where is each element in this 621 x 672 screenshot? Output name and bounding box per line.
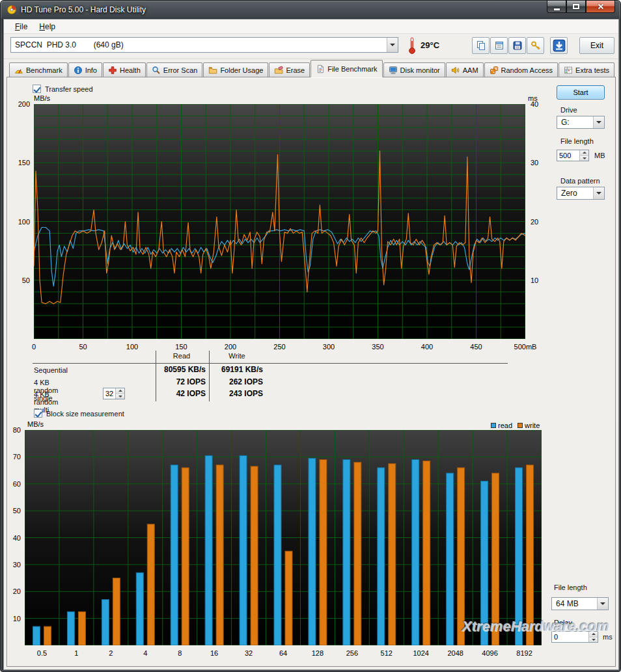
block-file-length-combobox[interactable]: 64 MB [551, 597, 609, 610]
y-axis-tick-right: 20 [531, 217, 538, 226]
triangle-down-icon [118, 396, 122, 397]
maximize-button[interactable] [566, 1, 586, 13]
block-chart: 80706050403020100.5124816326412825651210… [25, 430, 542, 645]
toolbar-button-file-copy[interactable] [490, 37, 508, 54]
tab-label: Extra tests [575, 66, 609, 74]
bar-read-2 [102, 600, 109, 645]
tab-info[interactable]: Info [68, 62, 102, 77]
x-axis-category: 0.5 [37, 649, 47, 658]
window-title: HD Tune Pro 5.00 - Hard Disk Utility [21, 5, 146, 14]
file-length-spinner[interactable] [557, 150, 589, 161]
drive-combobox-arrow[interactable] [593, 116, 604, 128]
toolbar-button-update[interactable] [550, 37, 568, 54]
x-axis-tick: 250 [273, 342, 285, 351]
y-axis-tick: 70 [4, 452, 21, 461]
toolbar-button-keys[interactable] [527, 37, 544, 54]
queue-depth-spinner[interactable] [103, 388, 125, 399]
temperature-label: 29°C [421, 40, 439, 50]
table-divider-horizontal [33, 363, 508, 364]
block-file-length-arrow[interactable] [597, 598, 608, 610]
bar-write-256 [354, 463, 361, 645]
chevron-down-icon [390, 44, 395, 46]
spin-up-button[interactable] [116, 388, 124, 394]
minimize-button[interactable] [547, 1, 566, 13]
drive-selector-arrow[interactable] [387, 38, 398, 52]
tab-random-access[interactable]: Random Access [484, 62, 558, 77]
triangle-up-icon [583, 152, 586, 154]
queue-depth-input[interactable] [104, 388, 115, 399]
bar-read-1024 [412, 460, 419, 645]
y-axis-tick-right: 30 [531, 158, 538, 167]
data-pattern-arrow[interactable] [593, 187, 604, 199]
update-icon [553, 39, 566, 52]
toolbar-button-save[interactable] [508, 37, 526, 54]
tab-aam[interactable]: AAM [446, 62, 484, 77]
x-axis-category: 512 [381, 649, 393, 658]
bar-read-1 [67, 612, 74, 645]
tab-disk-monitor[interactable]: Disk monitor [383, 62, 445, 77]
triangle-down-icon [592, 639, 596, 641]
legend-label: read [498, 422, 512, 429]
data-pattern-combobox[interactable]: Zero [557, 187, 605, 200]
tab-label: File Benchmark [327, 65, 377, 73]
bar-write-1 [78, 612, 85, 645]
chevron-down-icon [600, 602, 605, 605]
x-axis-tick: 500mB [514, 342, 537, 351]
toolbar-button-copy[interactable] [472, 37, 490, 54]
block-size-checkbox[interactable]: Block size measurement [34, 409, 124, 418]
x-axis-category: 8192 [516, 649, 532, 658]
menu-item-file[interactable]: File [9, 20, 33, 33]
title-bar[interactable]: HD Tune Pro 5.00 - Hard Disk Utility [1, 1, 620, 19]
bar-write-64 [285, 551, 292, 645]
x-axis-tick: 300 [323, 342, 335, 351]
y-axis-tick: 10 [4, 614, 21, 623]
spin-down-button[interactable] [580, 156, 588, 161]
spin-down-button[interactable] [116, 394, 124, 399]
bar-read-4 [136, 572, 143, 645]
file-benchmark-icon [316, 64, 325, 74]
tab-folder-usage[interactable]: Folder Usage [203, 62, 268, 77]
transfer-speed-checkbox[interactable]: Transfer speed [33, 85, 93, 93]
y-axis-tick: 20 [4, 587, 21, 596]
y-axis-tick-left: 150 [8, 158, 30, 167]
tab-error-scan[interactable]: Error Scan [146, 62, 203, 77]
x-axis-category: 64 [279, 649, 287, 658]
tab-benchmark[interactable]: Benchmark [9, 62, 68, 77]
bar-read-2048 [447, 473, 454, 645]
block-file-length-label: File length [554, 584, 587, 591]
drive-combobox-value: G: [557, 118, 593, 127]
spin-up-button[interactable] [580, 150, 588, 156]
tab-file-benchmark[interactable]: File Benchmark [310, 60, 382, 77]
benchmark-icon [14, 66, 23, 75]
legend-label: write [525, 422, 540, 429]
start-button[interactable]: Start [557, 85, 605, 100]
tab-erase[interactable]: Erase [269, 62, 310, 77]
file-length-label: File length [560, 137, 594, 145]
sequential-write-value: 69191 KB/s [211, 365, 263, 374]
bar-read-64 [274, 465, 281, 645]
minimize-icon [554, 8, 560, 10]
x-axis-tick: 350 [372, 342, 383, 351]
data-pattern-label: Data pattern [560, 177, 600, 185]
bar-write-1024 [423, 461, 430, 645]
client-area: FileHelp SPCCN PHD 3.0 (640 gB) 29°C Exi… [3, 19, 619, 670]
file-length-input[interactable] [557, 150, 579, 161]
random-single-write-value: 262 IOPS [211, 377, 263, 386]
menu-item-help[interactable]: Help [33, 20, 61, 33]
close-button[interactable] [586, 1, 615, 13]
menu-bar: FileHelp [4, 20, 618, 34]
x-axis-tick: 50 [79, 342, 87, 351]
drive-selector[interactable]: SPCCN PHD 3.0 (640 gB) [10, 37, 398, 53]
exit-button[interactable]: Exit [579, 37, 614, 54]
tab-health[interactable]: Health [103, 62, 146, 77]
bar-read-512 [378, 468, 385, 645]
tab-label: Health [120, 66, 141, 74]
checkbox-box-icon [33, 85, 41, 93]
legend-swatch-icon [518, 423, 523, 428]
tab-extra-tests[interactable]: Extra tests [559, 62, 614, 77]
spin-down-button[interactable] [589, 638, 598, 643]
drive-combobox[interactable]: G: [557, 116, 605, 129]
y-axis-tick: 80 [4, 425, 21, 435]
x-axis-tick: 150 [175, 342, 187, 351]
info-icon [74, 66, 83, 75]
